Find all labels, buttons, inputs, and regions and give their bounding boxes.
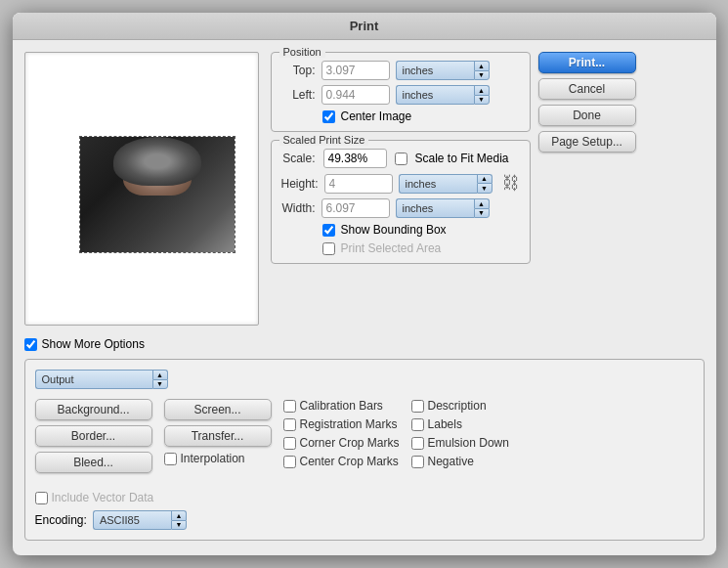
width-label: Width:	[281, 201, 316, 215]
print-button[interactable]: Print...	[538, 52, 636, 73]
include-vector-row: Include Vector Data	[35, 491, 187, 504]
left-units-box: inches	[396, 85, 474, 105]
height-stepper-down[interactable]: ▼	[477, 183, 492, 194]
scale-row: Scale: Scale to Fit Media	[281, 149, 520, 168]
height-units-dropdown[interactable]: inches ▲ ▼	[399, 174, 492, 194]
width-input[interactable]	[321, 198, 390, 218]
bleed-button[interactable]: Bleed...	[35, 452, 152, 473]
encoding-dropdown[interactable]: ASCII85 ▲ ▼	[93, 510, 187, 530]
encoding-label: Encoding:	[35, 513, 87, 527]
buttons-column: Print... Cancel Done Page Setup...	[538, 52, 636, 153]
options-grid: Background... Border... Bleed... Screen.…	[35, 399, 694, 473]
options-buttons-col1: Background... Border... Bleed...	[35, 399, 152, 473]
transfer-button[interactable]: Transfer...	[164, 425, 272, 447]
top-units-box: inches	[396, 61, 474, 80]
encoding-stepper[interactable]: ▲ ▼	[171, 510, 187, 530]
scale-to-fit-checkbox[interactable]	[395, 153, 407, 165]
bounding-box-row: Show Bounding Box	[281, 223, 520, 237]
preview-image-container	[79, 136, 236, 253]
left-units-dropdown[interactable]: inches ▲ ▼	[396, 85, 490, 105]
description-checkbox[interactable]	[411, 400, 424, 413]
checkboxes-col2: Description Labels Emulsion Down Negativ…	[411, 399, 509, 473]
left-input[interactable]	[321, 85, 390, 105]
negative-label: Negative	[428, 455, 474, 468]
output-dropdown-row: Output ▲ ▼	[35, 370, 694, 389]
calibration-bars-label: Calibration Bars	[300, 399, 383, 413]
left-stepper-down[interactable]: ▼	[474, 95, 490, 106]
panels-area: Position Top: inches ▲ ▼	[271, 52, 531, 264]
output-stepper-down[interactable]: ▼	[152, 379, 168, 390]
top-input[interactable]	[321, 61, 390, 80]
height-units-stepper[interactable]: ▲ ▼	[477, 174, 492, 194]
center-crop-marks-row: Center Crop Marks	[283, 455, 400, 468]
left-row-input: Left: inches ▲ ▼	[281, 85, 520, 105]
more-options-area: Output ▲ ▼ Background... Border... Bleed…	[24, 359, 705, 541]
interpolation-checkbox[interactable]	[164, 453, 177, 465]
center-image-checkbox[interactable]	[322, 110, 335, 123]
emulsion-down-label: Emulsion Down	[428, 436, 509, 450]
scaled-group-label: Scaled Print Size	[279, 134, 369, 146]
print-selected-row: Print Selected Area	[281, 241, 520, 255]
center-crop-marks-checkbox[interactable]	[283, 456, 296, 468]
left-units-stepper[interactable]: ▲ ▼	[474, 85, 490, 105]
include-vector-checkbox[interactable]	[35, 492, 48, 504]
top-row: Position Top: inches ▲ ▼	[271, 52, 636, 326]
negative-checkbox[interactable]	[411, 456, 424, 468]
preview-section	[24, 52, 259, 326]
width-units-box: inches	[396, 198, 474, 218]
output-stepper-up[interactable]: ▲	[152, 370, 168, 379]
preview-box	[24, 52, 259, 326]
dialog-body: Position Top: inches ▲ ▼	[13, 40, 716, 337]
output-box: Output	[35, 370, 152, 389]
height-stepper-up[interactable]: ▲	[477, 174, 492, 184]
height-units-box: inches	[399, 174, 477, 194]
encoding-stepper-down[interactable]: ▼	[171, 520, 187, 531]
output-stepper[interactable]: ▲ ▼	[152, 370, 168, 389]
show-bounding-box-checkbox[interactable]	[322, 224, 335, 237]
labels-label: Labels	[428, 417, 462, 431]
calibration-bars-row: Calibration Bars	[283, 399, 400, 413]
top-label: Top:	[281, 64, 316, 77]
height-input[interactable]	[324, 174, 393, 194]
show-bounding-box-label: Show Bounding Box	[341, 223, 447, 237]
checkboxes-col1: Calibration Bars Registration Marks Corn…	[283, 399, 400, 473]
top-row-input: Top: inches ▲ ▼	[281, 61, 520, 80]
background-button[interactable]: Background...	[35, 399, 152, 420]
options-buttons-col2: Screen... Transfer... Interpolation	[164, 399, 272, 473]
print-selected-area-checkbox[interactable]	[322, 242, 335, 255]
left-stepper-up[interactable]: ▲	[474, 85, 490, 95]
width-units-dropdown[interactable]: inches ▲ ▼	[396, 198, 490, 218]
encoding-row: Encoding: ASCII85 ▲ ▼	[35, 510, 187, 530]
width-stepper-up[interactable]: ▲	[474, 198, 490, 208]
scale-input[interactable]	[323, 149, 387, 168]
encoding-box: ASCII85	[93, 510, 171, 530]
corner-crop-marks-label: Corner Crop Marks	[300, 436, 400, 450]
width-units-stepper[interactable]: ▲ ▼	[474, 198, 490, 218]
print-selected-area-label: Print Selected Area	[341, 241, 442, 255]
top-stepper-down[interactable]: ▼	[474, 70, 490, 81]
interpolation-label: Interpolation	[181, 452, 245, 465]
width-row: Width: inches ▲ ▼	[281, 198, 520, 218]
output-dropdown[interactable]: Output ▲ ▼	[35, 370, 168, 389]
preview-image	[80, 137, 235, 252]
top-stepper-up[interactable]: ▲	[474, 61, 490, 70]
show-more-options-checkbox[interactable]	[24, 338, 37, 351]
registration-marks-checkbox[interactable]	[283, 418, 296, 431]
corner-crop-marks-row: Corner Crop Marks	[283, 436, 400, 450]
cancel-button[interactable]: Cancel	[538, 78, 636, 100]
corner-crop-marks-checkbox[interactable]	[283, 437, 296, 450]
encoding-stepper-up[interactable]: ▲	[171, 510, 187, 520]
done-button[interactable]: Done	[538, 105, 636, 126]
emulsion-down-checkbox[interactable]	[411, 437, 424, 450]
width-stepper-down[interactable]: ▼	[474, 208, 490, 219]
vector-encoding-area: Include Vector Data Encoding: ASCII85 ▲ …	[35, 491, 187, 530]
border-button[interactable]: Border...	[35, 425, 152, 447]
top-units-dropdown[interactable]: inches ▲ ▼	[396, 61, 490, 80]
top-units-stepper[interactable]: ▲ ▼	[474, 61, 490, 80]
labels-checkbox[interactable]	[411, 418, 424, 431]
page-setup-button[interactable]: Page Setup...	[538, 131, 636, 153]
calibration-bars-checkbox[interactable]	[283, 400, 296, 413]
screen-button[interactable]: Screen...	[164, 399, 272, 420]
left-label: Left:	[281, 88, 316, 102]
show-more-options-row: Show More Options	[13, 337, 716, 359]
